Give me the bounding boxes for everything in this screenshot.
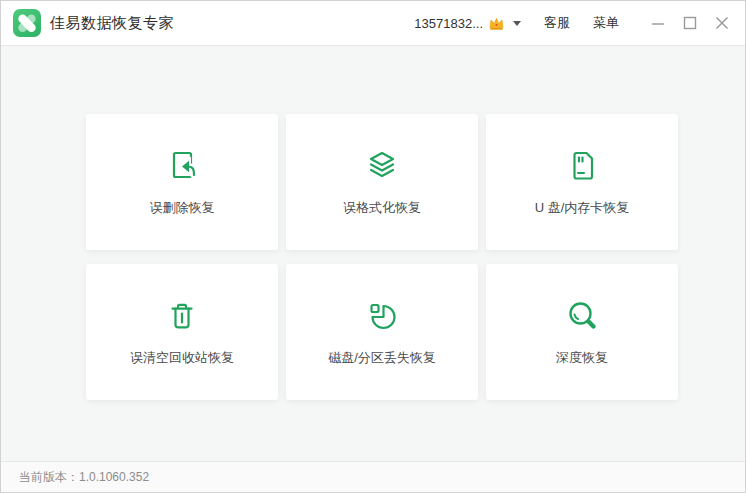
titlebar-right: 13571832... 客服 菜单 [414, 9, 735, 37]
close-icon [715, 16, 729, 30]
titlebar: 佳易数据恢复专家 13571832... 客服 菜单 [1, 1, 745, 46]
card-recycle-bin-recovery[interactable]: 误清空回收站恢复 [86, 264, 278, 400]
account-dropdown-caret-icon[interactable] [513, 21, 521, 26]
app-title: 佳易数据恢复专家 [50, 14, 174, 33]
app-logo-icon [13, 9, 41, 37]
account-name[interactable]: 13571832... [414, 16, 483, 31]
maximize-icon [683, 16, 697, 30]
memory-card-icon [564, 147, 600, 185]
disk-partition-icon [364, 297, 400, 335]
recovery-mode-grid: 误删除恢复 误格式化恢复 [86, 114, 678, 400]
card-label: U 盘/内存卡恢复 [535, 199, 630, 217]
card-undelete-recovery[interactable]: 误删除恢复 [86, 114, 278, 250]
vip-crown-icon [488, 16, 505, 31]
window-controls [639, 9, 735, 37]
version-label: 当前版本：1.0.1060.352 [19, 469, 149, 486]
close-button[interactable] [709, 9, 735, 37]
card-usb-memory-card-recovery[interactable]: U 盘/内存卡恢复 [486, 114, 678, 250]
customer-service-button[interactable]: 客服 [544, 14, 570, 32]
main-content: 误删除恢复 误格式化恢复 [1, 46, 745, 461]
status-bar: 当前版本：1.0.1060.352 [1, 461, 745, 492]
card-unformat-recovery[interactable]: 误格式化恢复 [286, 114, 478, 250]
magnifier-icon [564, 297, 600, 335]
card-label: 磁盘/分区丢失恢复 [328, 349, 436, 367]
card-label: 误格式化恢复 [343, 199, 421, 217]
file-undo-icon [164, 147, 200, 185]
card-deep-recovery[interactable]: 深度恢复 [486, 264, 678, 400]
card-label: 误删除恢复 [150, 199, 215, 217]
trash-icon [164, 297, 200, 335]
card-label: 深度恢复 [556, 349, 608, 367]
minimize-icon [651, 16, 665, 30]
minimize-button[interactable] [645, 9, 671, 37]
menu-button[interactable]: 菜单 [593, 14, 619, 32]
card-disk-partition-recovery[interactable]: 磁盘/分区丢失恢复 [286, 264, 478, 400]
card-label: 误清空回收站恢复 [130, 349, 234, 367]
app-window: 佳易数据恢复专家 13571832... 客服 菜单 [0, 0, 746, 493]
layers-icon [364, 147, 400, 185]
maximize-button[interactable] [677, 9, 703, 37]
